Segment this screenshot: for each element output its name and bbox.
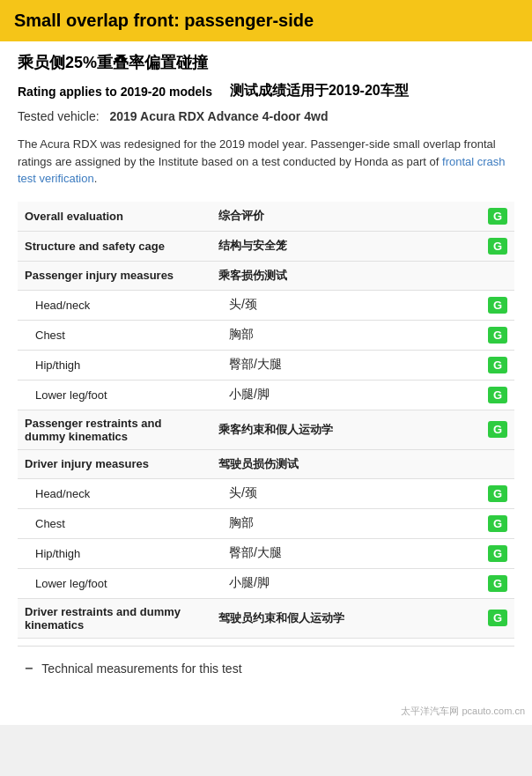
row-chinese: 驾驶员损伤测试: [211, 449, 470, 478]
table-row: Chest胸部G: [18, 508, 514, 538]
row-badge: [470, 449, 514, 478]
table-row: Passenger injury measures乘客损伤测试: [18, 261, 514, 290]
row-english: Passenger restraints and dummy kinematic…: [18, 410, 211, 449]
row-chinese: 胸部: [211, 508, 470, 538]
row-chinese: 小腿/脚: [211, 380, 470, 410]
row-badge: G: [470, 202, 514, 232]
rating-applies-chinese: 测试成绩适用于2019-20车型: [230, 82, 409, 100]
row-english: Head/neck: [18, 478, 211, 508]
collapse-icon[interactable]: −: [25, 661, 33, 676]
table-row: Head/neck头/颈G: [18, 290, 514, 320]
row-chinese: 综合评价: [211, 202, 470, 232]
row-english: Structure and safety cage: [18, 231, 211, 261]
good-badge: G: [488, 327, 507, 344]
page-container: Small overlap front: passenger-side 乘员侧2…: [0, 0, 532, 725]
row-english: Lower leg/foot: [18, 568, 211, 598]
ratings-table: Overall evaluation综合评价GStructure and saf…: [18, 202, 514, 639]
good-badge: G: [488, 515, 507, 532]
row-badge: G: [470, 598, 514, 638]
tested-vehicle-label: Tested vehicle:: [18, 109, 100, 123]
row-chinese: 臀部/大腿: [211, 350, 470, 380]
good-badge: G: [488, 545, 507, 562]
table-row: Lower leg/foot小腿/脚G: [18, 380, 514, 410]
table-row: Driver injury measures驾驶员损伤测试: [18, 449, 514, 478]
row-badge: G: [470, 290, 514, 320]
row-chinese: 头/颈: [211, 478, 470, 508]
row-badge: G: [470, 478, 514, 508]
row-chinese: 胸部: [211, 320, 470, 350]
row-badge: G: [470, 568, 514, 598]
good-badge: G: [488, 238, 507, 255]
row-english: Chest: [18, 508, 211, 538]
row-english: Head/neck: [18, 290, 211, 320]
row-chinese: 驾驶员约束和假人运动学: [211, 598, 470, 638]
header-banner: Small overlap front: passenger-side: [0, 0, 532, 41]
row-badge: G: [470, 410, 514, 449]
row-english: Hip/thigh: [18, 538, 211, 568]
table-row: Overall evaluation综合评价G: [18, 202, 514, 232]
row-badge: G: [470, 320, 514, 350]
row-badge: G: [470, 538, 514, 568]
good-badge: G: [488, 357, 507, 373]
good-badge: G: [488, 575, 507, 592]
row-badge: G: [470, 508, 514, 538]
table-row: Passenger restraints and dummy kinematic…: [18, 410, 514, 449]
good-badge: G: [488, 610, 507, 626]
tech-measurements-label: Technical measurements for this test: [41, 661, 241, 676]
description-text: The Acura RDX was redesigned for the 201…: [18, 136, 514, 188]
row-english: Driver injury measures: [18, 449, 211, 478]
good-badge: G: [488, 387, 507, 403]
table-row: Driver restraints and dummy kinematics驾驶…: [18, 598, 514, 638]
tech-measurements-row[interactable]: − Technical measurements for this test: [18, 646, 514, 691]
row-english: Lower leg/foot: [18, 380, 211, 410]
row-chinese: 乘客损伤测试: [211, 261, 470, 290]
table-row: Structure and safety cage结构与安全笼G: [18, 231, 514, 261]
row-chinese: 结构与安全笼: [211, 231, 470, 261]
table-row: Hip/thigh臀部/大腿G: [18, 350, 514, 380]
row-chinese: 乘客约束和假人运动学: [211, 410, 470, 449]
good-badge: G: [488, 208, 507, 225]
table-row: Chest胸部G: [18, 320, 514, 350]
chinese-title: 乘员侧25%重叠率偏置碰撞: [18, 52, 514, 73]
row-english: Chest: [18, 320, 211, 350]
tested-vehicle-value: 2019 Acura RDX Advance 4-door 4wd: [110, 109, 329, 123]
description-text2: .: [94, 172, 98, 185]
row-english: Driver restraints and dummy kinematics: [18, 598, 211, 638]
table-row: Hip/thigh臀部/大腿G: [18, 538, 514, 568]
row-badge: [470, 261, 514, 290]
row-english: Overall evaluation: [18, 202, 211, 232]
good-badge: G: [488, 297, 507, 314]
content-area: 乘员侧25%重叠率偏置碰撞 Rating applies to 2019-20 …: [0, 41, 532, 701]
rating-applies-label: Rating applies to 2019-20 models: [18, 85, 212, 99]
watermark: 太平洋汽车网 pcauto.com.cn: [0, 701, 532, 725]
page-title: Small overlap front: passenger-side: [14, 11, 518, 31]
good-badge: G: [488, 485, 507, 502]
good-badge: G: [488, 421, 507, 438]
row-english: Passenger injury measures: [18, 261, 211, 290]
row-english: Hip/thigh: [18, 350, 211, 380]
row-badge: G: [470, 231, 514, 261]
tested-vehicle-row: Tested vehicle: 2019 Acura RDX Advance 4…: [18, 109, 514, 123]
table-row: Lower leg/foot小腿/脚G: [18, 568, 514, 598]
row-badge: G: [470, 380, 514, 410]
row-chinese: 小腿/脚: [211, 568, 470, 598]
description-text1: The Acura RDX was redesigned for the 201…: [18, 137, 496, 168]
row-chinese: 臀部/大腿: [211, 538, 470, 568]
row-badge: G: [470, 350, 514, 380]
rating-row: Rating applies to 2019-20 models 测试成绩适用于…: [18, 82, 514, 100]
table-row: Head/neck头/颈G: [18, 478, 514, 508]
row-chinese: 头/颈: [211, 290, 470, 320]
